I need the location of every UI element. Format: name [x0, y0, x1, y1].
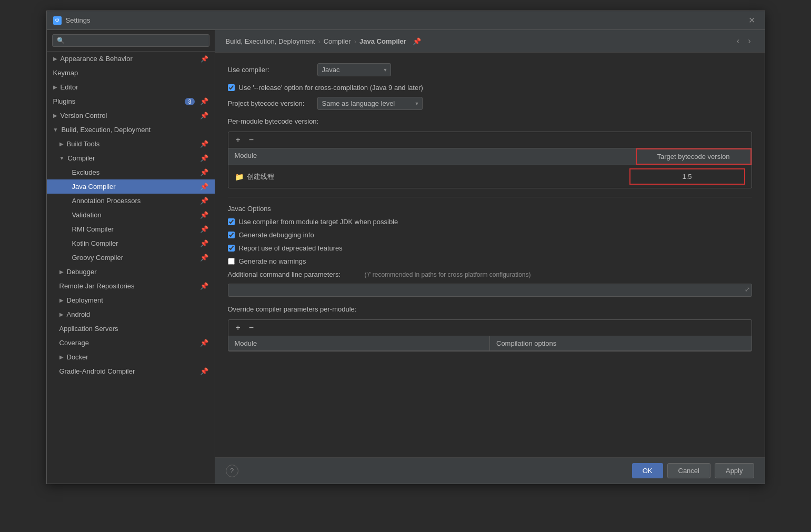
pin-icon: 📌: [200, 154, 208, 162]
use-compiler-row: Use compiler: JavacEclipseAjc: [228, 63, 752, 76]
pin-icon: 📌: [200, 183, 208, 190]
breadcrumb: Build, Execution, Deployment › Compiler …: [226, 37, 421, 45]
main-header: Build, Execution, Deployment › Compiler …: [215, 30, 765, 53]
pin-icon: 📌: [200, 140, 208, 148]
pin-icon: 📌: [200, 254, 208, 262]
pin-icon: 📌: [200, 168, 208, 176]
apply-button[interactable]: Apply: [715, 463, 754, 478]
per-module-table-header: Module Target bytecode version: [228, 148, 752, 165]
sidebar-item-java-compiler[interactable]: Java Compiler 📌: [47, 179, 215, 194]
pin-icon: 📌: [200, 282, 208, 290]
sidebar: 🔍 ▶ Appearance & Behavior 📌 Keymap ▶ Edi…: [47, 30, 215, 484]
sidebar-item-label: Annotation Processors: [72, 197, 141, 205]
breadcrumb-part-3: Java Compiler: [359, 37, 406, 45]
plugins-badge: 3: [185, 98, 194, 105]
javac-option-1-checkbox[interactable]: [228, 232, 235, 238]
sidebar-item-rmi-compiler[interactable]: RMI Compiler 📌: [47, 222, 215, 236]
content-area: 🔍 ▶ Appearance & Behavior 📌 Keymap ▶ Edi…: [47, 30, 765, 484]
javac-option-0: Use compiler from module target JDK when…: [228, 218, 752, 226]
use-compiler-label: Use compiler:: [228, 66, 312, 74]
sidebar-item-build-exec-deploy[interactable]: ▼ Build, Execution, Deployment: [47, 123, 215, 137]
javac-option-1: Generate debugging info: [228, 231, 752, 239]
sidebar-item-android[interactable]: ▶ Android: [47, 307, 215, 322]
breadcrumb-separator-2: ›: [354, 37, 356, 45]
javac-option-0-checkbox[interactable]: [228, 218, 235, 225]
search-field[interactable]: 🔍: [52, 34, 209, 47]
sidebar-item-label: Application Servers: [59, 325, 118, 333]
sidebar-item-groovy-compiler[interactable]: Groovy Compiler 📌: [47, 250, 215, 265]
per-module-section-title: Per-module bytecode version:: [228, 117, 752, 125]
sidebar-item-coverage[interactable]: Coverage 📌: [47, 336, 215, 350]
sidebar-item-deployment[interactable]: ▶ Deployment: [47, 293, 215, 307]
sidebar-item-label: Coverage: [59, 339, 89, 347]
sidebar-item-label: Groovy Compiler: [72, 254, 124, 262]
pin-icon: 📌: [200, 197, 208, 205]
add-override-button[interactable]: +: [233, 322, 244, 334]
remove-module-button[interactable]: −: [246, 134, 257, 146]
javac-option-2: Report use of deprecated features: [228, 244, 752, 252]
override-module-header: Module: [228, 336, 490, 350]
expand-arrow-icon: ▶: [59, 297, 64, 303]
sidebar-item-plugins[interactable]: Plugins 3 📌: [47, 94, 215, 108]
sidebar-item-gradle-android[interactable]: Gradle-Android Compiler 📌: [47, 364, 215, 378]
javac-option-2-checkbox[interactable]: [228, 245, 235, 252]
sidebar-item-app-servers[interactable]: Application Servers: [47, 322, 215, 336]
sidebar-item-build-tools[interactable]: ▶ Build Tools 📌: [47, 137, 215, 151]
use-compiler-select-wrapper: JavacEclipseAjc: [317, 63, 391, 76]
sidebar-item-label: Editor: [61, 83, 78, 91]
release-option-checkbox[interactable]: [228, 84, 235, 91]
search-input[interactable]: [68, 37, 205, 44]
module-name-cell: 📁 创建线程: [235, 172, 629, 182]
javac-option-3-checkbox[interactable]: [228, 258, 235, 265]
sidebar-item-remote-jar[interactable]: Remote Jar Repositories 📌: [47, 279, 215, 293]
bytecode-version-select[interactable]: Same as language level1.51.61.71.81117: [317, 97, 423, 110]
sidebar-item-label: Build Tools: [67, 140, 100, 148]
remove-override-button[interactable]: −: [246, 322, 257, 334]
target-version-header-cell: Target bytecode version: [636, 148, 752, 165]
sidebar-item-compiler[interactable]: ▼ Compiler 📌: [47, 151, 215, 165]
module-name: 创建线程: [247, 172, 274, 182]
close-button[interactable]: ✕: [745, 14, 758, 26]
expand-arrow-icon: ▶: [59, 312, 64, 317]
sidebar-item-docker[interactable]: ▶ Docker: [47, 350, 215, 364]
breadcrumb-pin-icon: 📌: [413, 37, 421, 45]
override-table: + − Module Compilation options: [228, 319, 752, 352]
sidebar-item-label: Docker: [67, 353, 88, 361]
module-header-cell: Module: [228, 148, 636, 165]
search-icon: 🔍: [57, 37, 65, 44]
override-compilation-header: Compilation options: [489, 336, 752, 350]
app-icon: ⚙: [53, 16, 62, 25]
sidebar-item-label: Excludes: [72, 168, 100, 176]
sidebar-item-debugger[interactable]: ▶ Debugger: [47, 265, 215, 279]
javac-option-0-label: Use compiler from module target JDK when…: [239, 218, 398, 226]
ok-button[interactable]: OK: [632, 463, 663, 478]
footer: ? OK Cancel Apply: [215, 457, 765, 484]
use-compiler-select[interactable]: JavacEclipseAjc: [317, 63, 391, 76]
help-button[interactable]: ?: [226, 465, 238, 477]
sidebar-item-kotlin-compiler[interactable]: Kotlin Compiler 📌: [47, 236, 215, 250]
breadcrumb-separator-1: ›: [318, 37, 320, 45]
expand-arrow-icon: ▶: [53, 56, 57, 62]
nav-arrows: ‹ ›: [734, 35, 754, 47]
sidebar-item-editor[interactable]: ▶ Editor: [47, 80, 215, 94]
expand-arrow-icon: ▼: [53, 127, 58, 133]
sidebar-item-annotation-processors[interactable]: Annotation Processors 📌: [47, 194, 215, 208]
cancel-button[interactable]: Cancel: [667, 463, 710, 478]
sidebar-item-appearance[interactable]: ▶ Appearance & Behavior 📌: [47, 52, 215, 66]
main-content: Use compiler: JavacEclipseAjc Use '--rel…: [215, 53, 765, 457]
sidebar-item-version-control[interactable]: ▶ Version Control 📌: [47, 108, 215, 123]
expand-arrow-icon: ▶: [53, 84, 57, 90]
nav-forward-button[interactable]: ›: [745, 35, 754, 47]
sidebar-item-label: Appearance & Behavior: [61, 55, 133, 63]
sidebar-item-keymap[interactable]: Keymap: [47, 66, 215, 80]
footer-buttons: OK Cancel Apply: [632, 463, 754, 478]
sidebar-item-validation[interactable]: Validation 📌: [47, 208, 215, 222]
add-module-button[interactable]: +: [233, 134, 244, 146]
pin-icon: 📌: [200, 225, 208, 233]
sidebar-item-label: Deployment: [67, 296, 103, 304]
expand-arrow-icon: ▶: [59, 269, 64, 275]
cmd-params-input[interactable]: [228, 284, 752, 297]
sidebar-item-excludes[interactable]: Excludes 📌: [47, 165, 215, 179]
nav-back-button[interactable]: ‹: [734, 35, 743, 47]
per-module-table-toolbar: + −: [228, 132, 752, 148]
